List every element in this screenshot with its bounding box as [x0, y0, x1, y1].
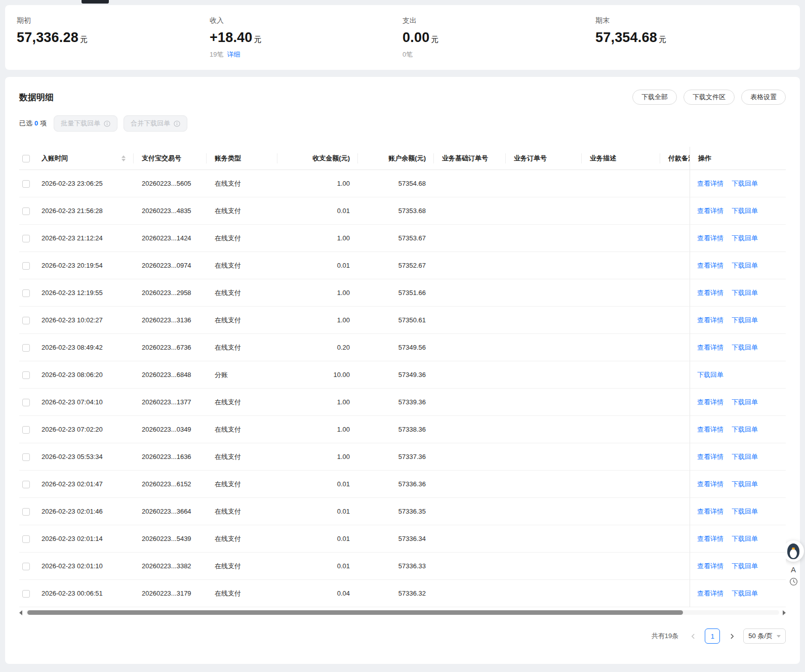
view-detail-link[interactable]: 查看详情: [697, 562, 723, 570]
merge-download-receipt-button[interactable]: 合并下载回单: [124, 115, 187, 132]
batch-download-receipt-button[interactable]: 批量下载回单: [54, 115, 117, 132]
cell-transaction-id: 20260223...1424: [134, 225, 207, 252]
download-receipt-link[interactable]: 下载回单: [732, 316, 758, 324]
view-detail-link[interactable]: 查看详情: [697, 234, 723, 242]
header-checkbox-cell: [19, 147, 33, 170]
row-checkbox[interactable]: [22, 426, 30, 434]
selected-prefix: 已选: [19, 119, 32, 127]
data-detail-panel: 数据明细 下载全部 下载文件区 表格设置 已选0项 批量下载回单 合并下载回单: [5, 77, 800, 664]
row-checkbox[interactable]: [22, 317, 30, 324]
cell-actions: 查看详情下载回单: [690, 525, 786, 553]
download-receipt-link[interactable]: 下载回单: [732, 590, 758, 597]
cell-order-id: [506, 279, 582, 307]
row-checkbox-cell: [19, 334, 33, 361]
row-checkbox[interactable]: [22, 590, 30, 598]
view-detail-link[interactable]: 查看详情: [697, 316, 723, 324]
expense-sub-row: 0笔: [402, 50, 595, 59]
prev-page-button[interactable]: [687, 629, 700, 643]
page-size-select[interactable]: 50 条/页: [743, 628, 786, 644]
cell-amount: 0.01: [277, 498, 358, 525]
view-detail-link[interactable]: 查看详情: [697, 344, 723, 351]
download-receipt-link[interactable]: 下载回单: [732, 180, 758, 187]
row-checkbox[interactable]: [22, 207, 30, 215]
cell-balance: 57336.34: [358, 525, 434, 553]
table-scroll-area[interactable]: 入账时间 支付宝交易号 账务类型 收支金额(元) 账户余额(元) 业务基础订单号…: [19, 147, 786, 607]
row-checkbox[interactable]: [22, 508, 30, 516]
cell-actions: 查看详情下载回单: [690, 170, 786, 197]
assistant-avatar-icon[interactable]: [783, 540, 804, 562]
table-row: 2026-02-23 02:01:46 20260223...3664 在线支付…: [19, 498, 786, 525]
scrollbar-track[interactable]: [26, 610, 779, 615]
download-receipt-link[interactable]: 下载回单: [732, 535, 758, 542]
download-receipt-link[interactable]: 下载回单: [732, 234, 758, 242]
view-detail-link[interactable]: 查看详情: [697, 590, 723, 597]
view-detail-link[interactable]: 查看详情: [697, 398, 723, 406]
download-receipt-link[interactable]: 下载回单: [732, 398, 758, 406]
row-checkbox[interactable]: [22, 399, 30, 406]
income-detail-link[interactable]: 详细: [227, 51, 240, 58]
row-checkbox[interactable]: [22, 344, 30, 352]
row-checkbox[interactable]: [22, 180, 30, 188]
view-detail-link[interactable]: 查看详情: [697, 426, 723, 433]
download-all-button[interactable]: 下载全部: [632, 90, 677, 105]
download-receipt-link[interactable]: 下载回单: [732, 426, 758, 433]
download-receipt-link[interactable]: 下载回单: [732, 480, 758, 488]
row-checkbox[interactable]: [22, 262, 30, 270]
cell-transaction-id: 20260223...5605: [134, 170, 207, 197]
cell-balance: 57349.36: [358, 361, 434, 389]
download-receipt-link[interactable]: 下载回单: [732, 344, 758, 351]
cell-description: [582, 498, 660, 525]
row-checkbox[interactable]: [22, 289, 30, 297]
scrollbar-thumb[interactable]: [27, 610, 683, 615]
download-receipt-link[interactable]: 下载回单: [732, 207, 758, 215]
download-receipt-link[interactable]: 下载回单: [732, 508, 758, 515]
view-detail-link[interactable]: 查看详情: [697, 180, 723, 187]
horizontal-scrollbar[interactable]: [19, 609, 786, 616]
next-page-button[interactable]: [725, 629, 738, 643]
view-detail-link[interactable]: 查看详情: [697, 207, 723, 215]
view-detail-link[interactable]: 查看详情: [697, 535, 723, 542]
cell-description: [582, 416, 660, 443]
view-detail-link[interactable]: 查看详情: [697, 480, 723, 488]
income-amount: +18.40: [210, 30, 253, 45]
download-receipt-link[interactable]: 下载回单: [732, 289, 758, 297]
row-checkbox-cell: [19, 525, 33, 553]
scroll-left-arrow-icon[interactable]: [19, 610, 22, 615]
row-checkbox[interactable]: [22, 535, 30, 543]
cell-order-id: [506, 416, 582, 443]
clock-icon[interactable]: [789, 577, 798, 586]
scroll-right-arrow-icon[interactable]: [783, 610, 786, 615]
table-row: 2026-02-23 08:06:20 20260223...6848 分账 1…: [19, 361, 786, 389]
cell-base-order-id: [434, 580, 506, 607]
row-checkbox[interactable]: [22, 453, 30, 461]
view-detail-link[interactable]: 查看详情: [697, 262, 723, 269]
current-page-button[interactable]: 1: [705, 628, 720, 644]
assistant-label[interactable]: A: [791, 565, 796, 574]
select-all-checkbox[interactable]: [22, 155, 30, 162]
cell-entry-time: 2026-02-23 02:01:10: [33, 553, 134, 580]
table-row: 2026-02-23 05:53:34 20260223...1636 在线支付…: [19, 443, 786, 471]
row-checkbox[interactable]: [22, 235, 30, 242]
download-filezone-button[interactable]: 下载文件区: [683, 90, 735, 105]
currency-unit: 元: [80, 35, 88, 44]
download-receipt-link[interactable]: 下载回单: [732, 562, 758, 570]
table-settings-button[interactable]: 表格设置: [741, 90, 786, 105]
cell-actions: 查看详情下载回单: [690, 279, 786, 307]
download-receipt-link[interactable]: 下载回单: [697, 371, 723, 379]
view-detail-link[interactable]: 查看详情: [697, 453, 723, 460]
view-detail-link[interactable]: 查看详情: [697, 508, 723, 515]
col-entry-time-label: 入账时间: [42, 154, 68, 163]
view-detail-link[interactable]: 查看详情: [697, 289, 723, 297]
sort-icon[interactable]: [117, 155, 126, 161]
row-checkbox[interactable]: [22, 563, 30, 570]
summary-closing-balance: 期末 57,354.68元: [595, 16, 788, 70]
cell-description: [582, 443, 660, 471]
row-checkbox[interactable]: [22, 371, 30, 379]
download-receipt-link[interactable]: 下载回单: [732, 262, 758, 269]
row-checkbox[interactable]: [22, 481, 30, 488]
col-entry-time: 入账时间: [33, 147, 134, 170]
income-count: 19笔: [210, 51, 223, 58]
cell-actions: 查看详情下载回单: [690, 443, 786, 471]
cell-order-id: [506, 471, 582, 498]
download-receipt-link[interactable]: 下载回单: [732, 453, 758, 460]
